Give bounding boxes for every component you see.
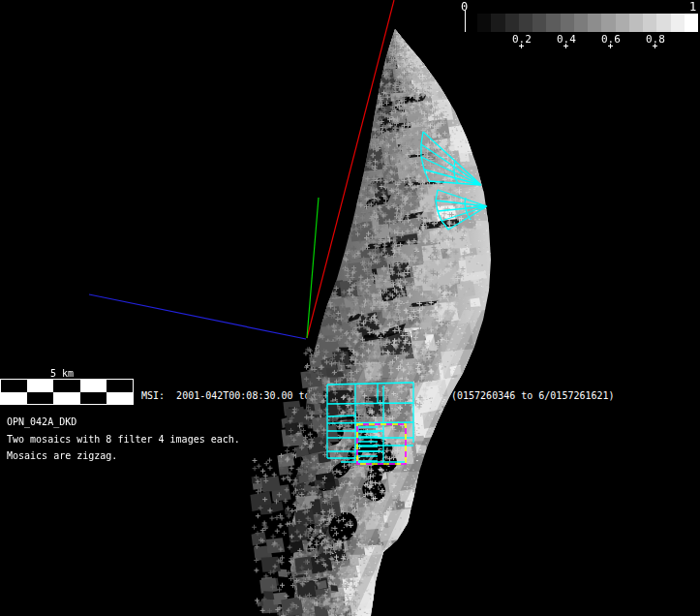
selected-footprint[interactable] — [357, 424, 406, 464]
scale-bar-cell — [27, 392, 53, 405]
colorbar-tick-mark — [519, 44, 524, 48]
app-window: { "app": { "background": "#000000", "tex… — [0, 0, 700, 616]
colorbar-zero-tick — [465, 10, 466, 32]
colorbar-step — [519, 14, 533, 32]
colorbar-tick-mark — [563, 44, 568, 48]
colorbar-step — [629, 14, 643, 32]
mosaic-fan-edge — [421, 132, 429, 181]
colorbar-step — [685, 14, 698, 32]
mosaic-pattern-note: Mosaics are zigzag. — [7, 449, 117, 462]
scale-bar-cell — [1, 380, 27, 392]
colorbar-step — [601, 14, 615, 32]
scale-bar-cell — [107, 380, 133, 392]
colorbar-tick-mark — [653, 44, 657, 48]
colorbar-step — [574, 14, 588, 32]
mosaic-footprints-overlay — [0, 0, 700, 616]
colorbar-step — [561, 14, 574, 32]
scale-bar-cell — [107, 392, 133, 405]
colorbar-step — [643, 14, 656, 32]
scale-bar-cell — [80, 380, 107, 392]
colorbar-step — [491, 14, 504, 32]
scale-bar-checker — [0, 379, 134, 405]
selected-footprint-dash-magenta — [357, 424, 406, 464]
mosaic-grid-zigzag-rungs — [357, 427, 378, 461]
mosaic-grid-horizontals — [327, 383, 413, 462]
mosaic-description: Two mosaics with 8 filter 4 images each. — [7, 433, 240, 446]
scale-bar-cell — [53, 392, 79, 405]
opnav-id-label: OPN_042A_DKD — [7, 416, 76, 428]
north-mosaic-footprints[interactable] — [421, 132, 487, 230]
colorbar-step — [616, 14, 629, 32]
colorbar-step — [546, 14, 560, 32]
colorbar-max-label: 1 — [689, 1, 696, 13]
scale-bar-cell — [1, 392, 27, 405]
colorbar-step — [671, 14, 685, 32]
selected-footprint-dash-yellow — [357, 424, 406, 464]
colorbar-step — [477, 14, 491, 32]
colorbar-tick-mark — [608, 44, 613, 48]
colorbar-step — [588, 14, 601, 32]
colorbar-step — [533, 14, 546, 32]
scale-bar-cell — [27, 380, 53, 392]
colorbar-gradient — [477, 14, 698, 32]
mosaic-fan-rays — [421, 132, 481, 185]
colorbar-step — [656, 14, 670, 32]
main-mosaic-grid[interactable] — [327, 383, 413, 462]
scale-bar-cell — [80, 392, 107, 405]
colorbar-step — [505, 14, 519, 32]
scale-bar-cell — [53, 380, 79, 392]
